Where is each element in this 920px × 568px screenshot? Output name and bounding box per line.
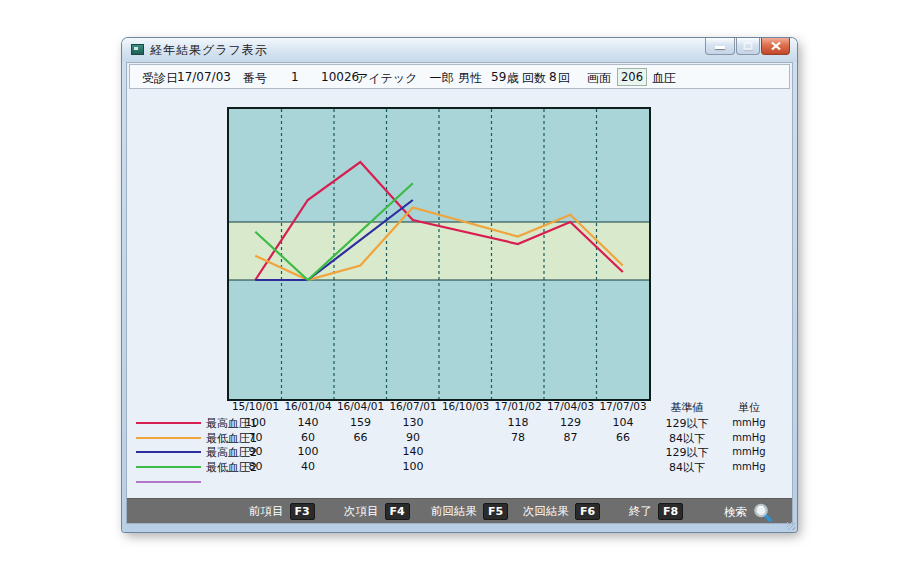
series-value: 60 (282, 431, 335, 444)
table-row: 最低血圧17060669078876684以下mmHg (127, 431, 794, 445)
fkey-badge: F6 (575, 503, 600, 520)
x-axis-label: 16/10/03 (439, 400, 492, 412)
screen: 経年結果グラフ表示 受診日 17/07/03 (0, 0, 920, 568)
table-row: 最低血圧2804010084以下mmHg (127, 460, 794, 474)
patient-id-value: 10026 (321, 70, 359, 84)
toolbar-item-label: 終了 (629, 504, 652, 519)
legend-line (136, 422, 201, 424)
fkey-badge: F8 (658, 503, 683, 520)
x-axis-label: 16/07/01 (387, 400, 440, 412)
search-label: 検索 (724, 505, 747, 520)
ref-header: 基準値 (651, 400, 723, 415)
series-value: 40 (282, 460, 335, 473)
window-title: 経年結果グラフ表示 (150, 42, 268, 59)
visit-count-unit: 回 (558, 70, 570, 87)
table-row: 最高血圧290100140129以下mmHg (127, 445, 794, 459)
visit-date-label: 受診日 (142, 70, 178, 87)
x-axis-label: 17/01/02 (492, 400, 545, 412)
toolbar-item-f5[interactable]: 前回結果F5 (431, 503, 508, 520)
visit-date-value: 17/07/03 (177, 70, 231, 84)
screen-name: 血圧 (652, 70, 676, 87)
visit-count-value: 8 (549, 70, 557, 84)
series-value: 100 (387, 460, 440, 473)
minimize-button[interactable] (705, 38, 735, 55)
close-button[interactable] (761, 38, 790, 55)
screen-code-field[interactable]: 206 (617, 68, 647, 86)
legend-line (136, 451, 201, 453)
unit-value: mmHg (717, 461, 781, 472)
ref-value: 84以下 (651, 460, 723, 475)
function-toolbar: 前項目F3次項目F4前回結果F5次回結果F6終了F8 検索 (127, 498, 792, 523)
toolbar-item-label: 次項目 (344, 504, 379, 519)
series-value: 66 (334, 431, 387, 444)
x-axis-label: 15/10/01 (229, 400, 282, 412)
series-value: 66 (597, 431, 650, 444)
maximize-icon (744, 42, 753, 50)
window: 経年結果グラフ表示 受診日 17/07/03 (122, 38, 797, 532)
legend-line (136, 481, 201, 483)
fkey-badge: F3 (290, 503, 315, 520)
window-controls (704, 38, 790, 55)
patient-number-label: 番号 (243, 70, 267, 87)
legend-line (136, 466, 201, 468)
series-value: 118 (492, 416, 545, 429)
toolbar-item-label: 前回結果 (431, 504, 477, 519)
screen-label: 画面 (587, 70, 611, 87)
ref-value: 84以下 (651, 431, 723, 446)
series-value: 159 (334, 416, 387, 429)
series-value: 80 (229, 460, 282, 473)
patient-number-value: 1 (291, 70, 299, 84)
search-button[interactable]: 検索 (724, 503, 772, 522)
toolbar-item-label: 前項目 (249, 504, 284, 519)
minimize-icon (715, 46, 725, 49)
visit-count-label: 回数 (522, 70, 546, 87)
unit-value: mmHg (717, 432, 781, 443)
x-axis-label: 16/04/01 (334, 400, 387, 412)
toolbar-item-f6[interactable]: 次回結果F6 (523, 503, 600, 520)
ref-value: 129以下 (651, 445, 723, 460)
unit-value: mmHg (717, 417, 781, 428)
legend-table: 最高血圧1100140159130118129104129以下mmHg最低血圧1… (127, 416, 794, 498)
window-body: 受診日 17/07/03 番号 1 10026 アイテック 一郎 男性 59 歳… (126, 62, 793, 524)
table-row (127, 475, 794, 489)
fkey-badge: F5 (483, 503, 508, 520)
patient-info-bar: 受診日 17/07/03 番号 1 10026 アイテック 一郎 男性 59 歳… (129, 64, 790, 89)
series-value: 87 (544, 431, 597, 444)
x-axis-label: 17/04/03 (544, 400, 597, 412)
legend-line (136, 437, 201, 439)
age-unit: 歳 (507, 70, 519, 87)
bp-trend-chart (229, 109, 649, 399)
toolbar-item-f8[interactable]: 終了F8 (629, 503, 683, 520)
series-value: 90 (229, 445, 282, 458)
chart-area (227, 107, 651, 401)
table-row: 最高血圧1100140159130118129104129以下mmHg (127, 416, 794, 430)
patient-name: アイテック 一郎 (356, 70, 453, 87)
series-value: 70 (229, 431, 282, 444)
x-axis-label: 17/07/03 (597, 400, 650, 412)
series-value: 140 (387, 445, 440, 458)
toolbar-item-f3[interactable]: 前項目F3 (249, 503, 315, 520)
x-axis-labels: 15/10/0116/01/0416/04/0116/07/0116/10/03… (229, 400, 649, 414)
series-value: 100 (282, 445, 335, 458)
unit-value: mmHg (717, 446, 781, 457)
series-value: 90 (387, 431, 440, 444)
series-value: 130 (387, 416, 440, 429)
series-value: 100 (229, 416, 282, 429)
x-axis-label: 16/01/04 (282, 400, 335, 412)
series-value: 129 (544, 416, 597, 429)
window-icon[interactable] (131, 44, 144, 55)
resize-grip[interactable] (787, 522, 795, 530)
series-value: 140 (282, 416, 335, 429)
unit-header: 単位 (717, 400, 781, 415)
fkey-badge: F4 (385, 503, 410, 520)
series-value: 104 (597, 416, 650, 429)
search-icon (753, 503, 772, 522)
toolbar-item-label: 次回結果 (523, 504, 569, 519)
maximize-button[interactable] (736, 38, 760, 55)
series-value: 78 (492, 431, 545, 444)
toolbar-item-f4[interactable]: 次項目F4 (344, 503, 410, 520)
title-bar: 経年結果グラフ表示 (122, 38, 797, 62)
gender-value: 男性 (458, 70, 482, 87)
age-value: 59 (491, 70, 506, 84)
ref-value: 129以下 (651, 416, 723, 431)
